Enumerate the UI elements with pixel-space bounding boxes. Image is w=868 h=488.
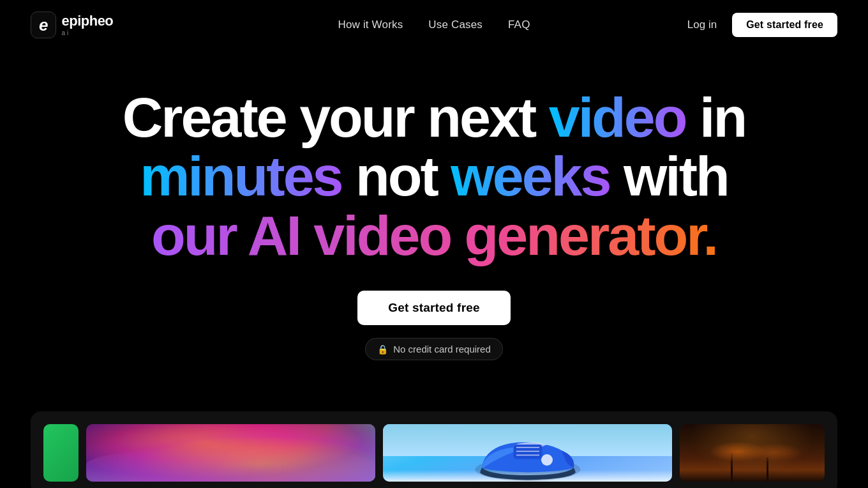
logo[interactable]: e epipheo ai	[31, 11, 113, 38]
nav-how-it-works[interactable]: How it Works	[338, 19, 403, 31]
headline-not: not	[342, 144, 451, 208]
login-link[interactable]: Log in	[687, 19, 717, 31]
video-preview-autumn	[680, 424, 825, 482]
headline-weeks: weeks	[451, 144, 610, 208]
brand-name: epipheo	[61, 13, 113, 29]
headline-line3: our AI video generator.	[151, 204, 717, 267]
no-credit-card-text: No credit card required	[393, 344, 491, 355]
video-preview-green	[43, 424, 79, 482]
hero-section: Create your next video in minutes not we…	[0, 50, 868, 386]
video-preview-sneaker	[383, 424, 672, 482]
headline-with: with	[610, 144, 728, 208]
no-credit-card-note: 🔒 No credit card required	[365, 338, 503, 360]
nav-get-started-button[interactable]: Get started free	[732, 13, 837, 37]
nav-faq[interactable]: FAQ	[508, 19, 530, 31]
nav-links: How it Works Use Cases FAQ	[338, 19, 530, 31]
video-preview-colorful	[86, 424, 375, 482]
headline-part2: in	[686, 86, 746, 149]
hero-get-started-button[interactable]: Get started free	[357, 291, 510, 325]
headline-video-word: video	[549, 86, 686, 149]
navbar: e epipheo ai How it Works Use Cases FAQ …	[0, 0, 868, 50]
headline-minutes: minutes	[140, 144, 341, 208]
nav-actions: Log in Get started free	[687, 13, 837, 37]
hero-headline: Create your next video in minutes not we…	[123, 88, 745, 265]
lock-icon: 🔒	[377, 344, 388, 355]
logo-letter: e	[39, 17, 48, 33]
video-preview-section	[31, 411, 837, 488]
brand-sub: ai	[61, 29, 113, 36]
headline-part1: Create your next	[123, 86, 549, 149]
nav-use-cases[interactable]: Use Cases	[428, 19, 483, 31]
svg-point-5	[541, 454, 553, 466]
